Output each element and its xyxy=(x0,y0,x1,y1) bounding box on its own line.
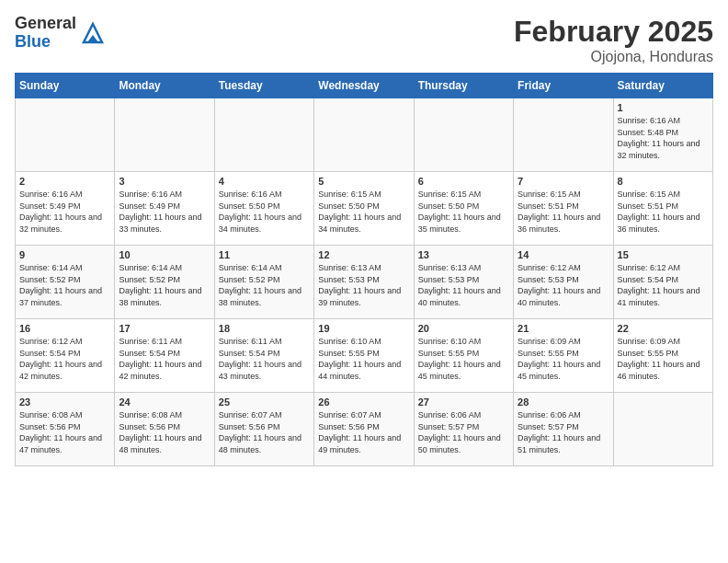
day-number: 18 xyxy=(219,323,310,334)
day-info: Sunrise: 6:06 AM Sunset: 5:57 PM Dayligh… xyxy=(418,409,509,455)
calendar-cell xyxy=(613,393,712,466)
calendar-cell: 2Sunrise: 6:16 AM Sunset: 5:49 PM Daylig… xyxy=(16,172,115,246)
calendar-week-row: 16Sunrise: 6:12 AM Sunset: 5:54 PM Dayli… xyxy=(16,319,713,393)
calendar-week-row: 23Sunrise: 6:08 AM Sunset: 5:56 PM Dayli… xyxy=(16,393,713,466)
weekday-header-monday: Monday xyxy=(115,74,214,98)
day-number: 24 xyxy=(119,396,210,408)
day-info: Sunrise: 6:12 AM Sunset: 5:54 PM Dayligh… xyxy=(19,336,110,382)
day-info: Sunrise: 6:09 AM Sunset: 5:55 PM Dayligh… xyxy=(618,336,709,382)
logo-icon xyxy=(80,20,106,46)
title-section: February 2025 Ojojona, Honduras xyxy=(514,15,713,65)
day-number: 3 xyxy=(119,176,210,187)
day-info: Sunrise: 6:07 AM Sunset: 5:56 PM Dayligh… xyxy=(219,409,310,455)
day-info: Sunrise: 6:12 AM Sunset: 5:54 PM Dayligh… xyxy=(618,262,709,308)
day-number: 23 xyxy=(19,396,110,408)
day-info: Sunrise: 6:15 AM Sunset: 5:51 PM Dayligh… xyxy=(518,189,609,235)
day-info: Sunrise: 6:16 AM Sunset: 5:49 PM Dayligh… xyxy=(119,189,210,235)
calendar-table: SundayMondayTuesdayWednesdayThursdayFrid… xyxy=(15,73,713,466)
day-info: Sunrise: 6:13 AM Sunset: 5:53 PM Dayligh… xyxy=(318,262,409,308)
day-number: 8 xyxy=(618,176,709,187)
day-number: 22 xyxy=(618,323,709,334)
day-number: 28 xyxy=(518,396,609,408)
calendar-cell: 6Sunrise: 6:15 AM Sunset: 5:50 PM Daylig… xyxy=(414,172,513,246)
calendar-cell: 20Sunrise: 6:10 AM Sunset: 5:55 PM Dayli… xyxy=(414,319,513,393)
calendar-cell: 22Sunrise: 6:09 AM Sunset: 5:55 PM Dayli… xyxy=(613,319,712,393)
calendar-subtitle: Ojojona, Honduras xyxy=(514,49,713,65)
calendar-cell: 24Sunrise: 6:08 AM Sunset: 5:56 PM Dayli… xyxy=(115,393,214,466)
day-info: Sunrise: 6:07 AM Sunset: 5:56 PM Dayligh… xyxy=(318,409,409,455)
calendar-cell xyxy=(16,98,115,172)
calendar-week-row: 9Sunrise: 6:14 AM Sunset: 5:52 PM Daylig… xyxy=(16,246,713,319)
day-number: 14 xyxy=(518,249,609,260)
day-info: Sunrise: 6:06 AM Sunset: 5:57 PM Dayligh… xyxy=(518,409,609,455)
calendar-cell: 19Sunrise: 6:10 AM Sunset: 5:55 PM Dayli… xyxy=(314,319,414,393)
calendar-cell xyxy=(115,98,214,172)
calendar-cell: 12Sunrise: 6:13 AM Sunset: 5:53 PM Dayli… xyxy=(314,246,414,319)
day-number: 17 xyxy=(119,323,210,334)
calendar-cell: 9Sunrise: 6:14 AM Sunset: 5:52 PM Daylig… xyxy=(16,246,115,319)
calendar-cell: 7Sunrise: 6:15 AM Sunset: 5:51 PM Daylig… xyxy=(514,172,613,246)
day-number: 6 xyxy=(418,176,509,187)
calendar-week-row: 1Sunrise: 6:16 AM Sunset: 5:48 PM Daylig… xyxy=(16,98,713,172)
day-number: 1 xyxy=(618,102,709,113)
day-info: Sunrise: 6:16 AM Sunset: 5:50 PM Dayligh… xyxy=(219,189,310,235)
calendar-cell: 16Sunrise: 6:12 AM Sunset: 5:54 PM Dayli… xyxy=(16,319,115,393)
day-number: 19 xyxy=(318,323,409,334)
logo-general-text: General xyxy=(15,15,76,33)
logo: General Blue xyxy=(15,15,106,52)
day-number: 27 xyxy=(418,396,509,408)
calendar-cell: 18Sunrise: 6:11 AM Sunset: 5:54 PM Dayli… xyxy=(214,319,313,393)
calendar-cell: 28Sunrise: 6:06 AM Sunset: 5:57 PM Dayli… xyxy=(514,393,613,466)
calendar-cell: 5Sunrise: 6:15 AM Sunset: 5:50 PM Daylig… xyxy=(314,172,414,246)
weekday-header-thursday: Thursday xyxy=(414,74,513,98)
day-info: Sunrise: 6:14 AM Sunset: 5:52 PM Dayligh… xyxy=(219,262,310,308)
day-info: Sunrise: 6:10 AM Sunset: 5:55 PM Dayligh… xyxy=(318,336,409,382)
day-number: 5 xyxy=(318,176,409,187)
day-info: Sunrise: 6:13 AM Sunset: 5:53 PM Dayligh… xyxy=(418,262,509,308)
day-info: Sunrise: 6:15 AM Sunset: 5:50 PM Dayligh… xyxy=(418,189,509,235)
calendar-cell xyxy=(314,98,414,172)
weekday-header-saturday: Saturday xyxy=(613,74,712,98)
page-header: General Blue February 2025 Ojojona, Hond… xyxy=(15,15,713,65)
day-number: 7 xyxy=(518,176,609,187)
day-info: Sunrise: 6:14 AM Sunset: 5:52 PM Dayligh… xyxy=(19,262,110,308)
calendar-cell: 10Sunrise: 6:14 AM Sunset: 5:52 PM Dayli… xyxy=(115,246,214,319)
calendar-cell: 21Sunrise: 6:09 AM Sunset: 5:55 PM Dayli… xyxy=(514,319,613,393)
day-number: 16 xyxy=(19,323,110,334)
calendar-cell xyxy=(414,98,513,172)
day-info: Sunrise: 6:11 AM Sunset: 5:54 PM Dayligh… xyxy=(119,336,210,382)
calendar-cell: 26Sunrise: 6:07 AM Sunset: 5:56 PM Dayli… xyxy=(314,393,414,466)
svg-marker-1 xyxy=(87,35,98,42)
day-info: Sunrise: 6:15 AM Sunset: 5:50 PM Dayligh… xyxy=(318,189,409,235)
day-info: Sunrise: 6:10 AM Sunset: 5:55 PM Dayligh… xyxy=(418,336,509,382)
weekday-header-row: SundayMondayTuesdayWednesdayThursdayFrid… xyxy=(16,74,713,98)
day-number: 20 xyxy=(418,323,509,334)
calendar-cell xyxy=(514,98,613,172)
calendar-cell: 8Sunrise: 6:15 AM Sunset: 5:51 PM Daylig… xyxy=(613,172,712,246)
day-info: Sunrise: 6:14 AM Sunset: 5:52 PM Dayligh… xyxy=(119,262,210,308)
day-info: Sunrise: 6:16 AM Sunset: 5:48 PM Dayligh… xyxy=(618,115,709,161)
day-number: 10 xyxy=(119,249,210,260)
logo-blue-text: Blue xyxy=(15,33,76,52)
weekday-header-friday: Friday xyxy=(514,74,613,98)
day-number: 15 xyxy=(618,249,709,260)
weekday-header-sunday: Sunday xyxy=(16,74,115,98)
day-number: 11 xyxy=(219,249,310,260)
calendar-week-row: 2Sunrise: 6:16 AM Sunset: 5:49 PM Daylig… xyxy=(16,172,713,246)
day-info: Sunrise: 6:12 AM Sunset: 5:53 PM Dayligh… xyxy=(518,262,609,308)
calendar-cell: 11Sunrise: 6:14 AM Sunset: 5:52 PM Dayli… xyxy=(214,246,313,319)
weekday-header-wednesday: Wednesday xyxy=(314,74,414,98)
day-info: Sunrise: 6:09 AM Sunset: 5:55 PM Dayligh… xyxy=(518,336,609,382)
calendar-title: February 2025 xyxy=(514,15,713,49)
calendar-cell: 4Sunrise: 6:16 AM Sunset: 5:50 PM Daylig… xyxy=(214,172,313,246)
weekday-header-tuesday: Tuesday xyxy=(214,74,313,98)
calendar-cell xyxy=(214,98,313,172)
day-number: 4 xyxy=(219,176,310,187)
calendar-cell: 3Sunrise: 6:16 AM Sunset: 5:49 PM Daylig… xyxy=(115,172,214,246)
calendar-cell: 17Sunrise: 6:11 AM Sunset: 5:54 PM Dayli… xyxy=(115,319,214,393)
day-number: 2 xyxy=(19,176,110,187)
day-number: 26 xyxy=(318,396,409,408)
calendar-cell: 1Sunrise: 6:16 AM Sunset: 5:48 PM Daylig… xyxy=(613,98,712,172)
day-number: 25 xyxy=(219,396,310,408)
calendar-cell: 13Sunrise: 6:13 AM Sunset: 5:53 PM Dayli… xyxy=(414,246,513,319)
